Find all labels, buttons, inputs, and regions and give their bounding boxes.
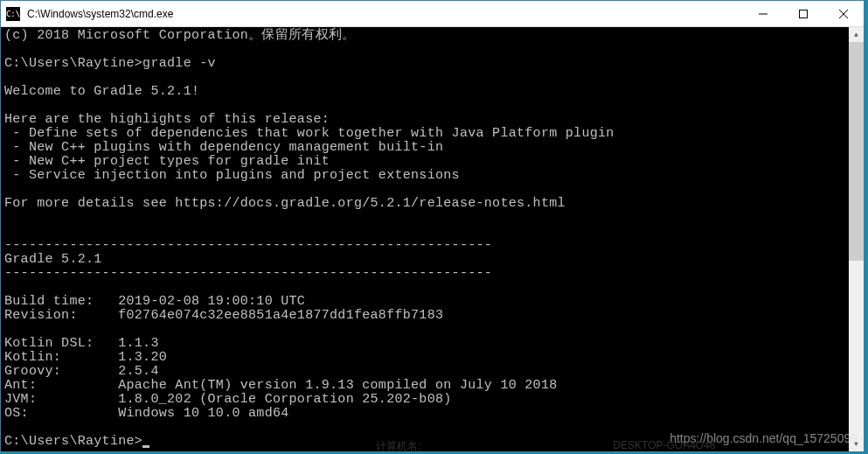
jvm: JVM: 1.8.0_202 (Oracle Corporation 25.20… [4, 393, 860, 407]
computer-name-label: 计算机名: [376, 439, 420, 454]
blank-line [4, 211, 860, 225]
blank-line [4, 421, 860, 435]
window-title: C:\Windows\system32\cmd.exe [25, 8, 743, 20]
scroll-up-button[interactable]: ▲ [849, 27, 864, 42]
highlight-item: - Service injection into plugins and pro… [4, 169, 860, 183]
divider-line: ----------------------------------------… [4, 267, 860, 281]
scroll-down-button[interactable]: ▼ [849, 437, 864, 451]
divider-line: ----------------------------------------… [4, 239, 860, 253]
command-prompt: C:\Users\Raytine>gradle -v [4, 57, 860, 71]
computer-name-value: DESKTOP-GOA4O48 [613, 439, 715, 454]
highlight-item: - New C++ project types for gradle init [4, 155, 860, 169]
vertical-scrollbar[interactable]: ▲ ▼ [849, 27, 864, 451]
blank-line [4, 183, 860, 197]
os: OS: Windows 10 10.0 amd64 [4, 407, 860, 421]
cursor [142, 445, 149, 448]
copyright-line: (c) 2018 Microsoft Corporation。保留所有权利。 [4, 29, 860, 43]
build-time: Build time: 2019-02-08 19:00:10 UTC [4, 295, 860, 309]
blank-line [4, 71, 860, 85]
blank-line [4, 281, 860, 295]
kotlin-dsl: Kotlin DSL: 1.1.3 [4, 337, 860, 351]
cmd-icon: C:\ [6, 7, 20, 21]
kotlin: Kotlin: 1.3.20 [4, 351, 860, 365]
console-output[interactable]: (c) 2018 Microsoft Corporation。保留所有权利。 C… [1, 27, 864, 451]
close-button[interactable] [823, 1, 864, 27]
svg-rect-1 [800, 10, 808, 18]
window-controls [743, 1, 864, 26]
gradle-version: Gradle 5.2.1 [4, 253, 860, 267]
groovy: Groovy: 2.5.4 [4, 365, 860, 379]
blank-line [4, 225, 860, 239]
details-line: For more details see https://docs.gradle… [4, 197, 860, 211]
welcome-line: Welcome to Gradle 5.2.1! [4, 85, 860, 99]
maximize-button[interactable] [783, 1, 823, 27]
revision: Revision: f02764e074c32ee8851a4e1877dd1f… [4, 309, 860, 323]
titlebar[interactable]: C:\ C:\Windows\system32\cmd.exe [1, 1, 864, 27]
highlight-item: - New C++ plugins with dependency manage… [4, 141, 860, 155]
highlight-item: - Define sets of dependencies that work … [4, 127, 860, 141]
blank-line [4, 43, 860, 57]
cmd-window: C:\ C:\Windows\system32\cmd.exe (c) 2018… [0, 0, 865, 452]
scrollbar-thumb[interactable] [849, 42, 864, 261]
blank-line [4, 323, 860, 337]
minimize-button[interactable] [743, 1, 783, 27]
blank-line [4, 99, 860, 113]
taskbar-fragment: 计算机名: DESKTOP-GOA4O48 [376, 439, 716, 454]
highlights-header: Here are the highlights of this release: [4, 113, 860, 127]
ant: Ant: Apache Ant(TM) version 1.9.13 compi… [4, 379, 860, 393]
